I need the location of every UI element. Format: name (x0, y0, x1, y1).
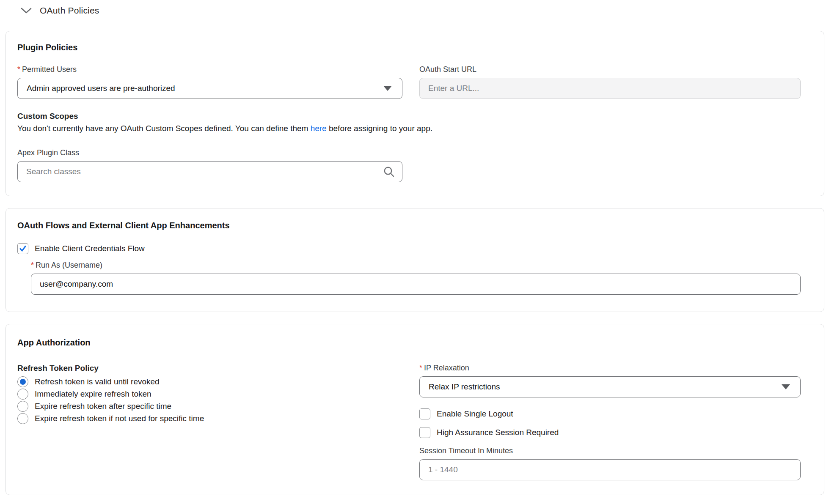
radio-unselected-icon (17, 401, 28, 412)
permitted-users-dropdown[interactable]: Admin approved users are pre-authorized (17, 78, 402, 99)
radio-unselected-icon (17, 413, 28, 424)
required-asterisk: * (17, 65, 20, 74)
oauth-flows-heading: OAuth Flows and External Client App Enha… (17, 221, 801, 230)
enable-client-credentials-label: Enable Client Credentials Flow (35, 244, 145, 253)
search-icon (383, 166, 395, 178)
oauth-start-url-label: OAuth Start URL (419, 65, 801, 74)
session-timeout-label: Session Timeout In Minutes (419, 446, 801, 455)
ip-relaxation-value: Relax IP restrictions (429, 382, 500, 392)
session-timeout-input[interactable] (419, 459, 801, 480)
radio-valid-until-revoked[interactable]: Refresh token is valid until revoked (17, 375, 402, 388)
refresh-token-policy-label: Refresh Token Policy (17, 364, 402, 373)
dropdown-arrow-icon (383, 86, 392, 91)
app-authorization-heading: App Authorization (17, 338, 801, 348)
app-authorization-card: App Authorization Refresh Token Policy R… (6, 324, 824, 495)
permitted-users-value: Admin approved users are pre-authorized (27, 84, 175, 93)
oauth-flows-card: OAuth Flows and External Client App Enha… (6, 208, 824, 312)
ip-relaxation-dropdown[interactable]: Relax IP restrictions (419, 376, 801, 397)
checkbox-checked-icon (17, 243, 28, 254)
oauth-policies-section-header: OAuth Policies (0, 0, 826, 18)
radio-expire-after-time[interactable]: Expire refresh token after specific time (17, 400, 402, 412)
enable-single-logout-checkbox-row[interactable]: Enable Single Logout (419, 408, 801, 419)
page-title: OAuth Policies (40, 5, 99, 16)
custom-scopes-heading: Custom Scopes (17, 112, 801, 121)
chevron-down-icon[interactable] (20, 7, 32, 14)
run-as-username-input[interactable] (31, 274, 801, 295)
custom-scopes-section: Custom Scopes You don't currently have a… (17, 112, 801, 133)
radio-immediately-expire[interactable]: Immediately expire refresh token (17, 388, 402, 400)
high-assurance-checkbox-row[interactable]: High Assurance Session Required (419, 427, 801, 438)
required-asterisk: * (31, 261, 34, 270)
enable-single-logout-label: Enable Single Logout (437, 409, 513, 419)
high-assurance-label: High Assurance Session Required (437, 428, 559, 437)
define-scopes-link[interactable]: here (311, 124, 327, 133)
dropdown-arrow-icon (782, 384, 790, 389)
radio-selected-icon (17, 376, 28, 387)
apex-class-search-input[interactable] (17, 161, 402, 182)
permitted-users-label: * Permitted Users (17, 65, 402, 74)
checkbox-unchecked-icon (419, 408, 430, 419)
plugin-policies-card: Plugin Policies * Permitted Users Admin … (6, 31, 824, 196)
run-as-label: * Run As (Username) (31, 261, 801, 270)
checkbox-unchecked-icon (419, 427, 430, 438)
refresh-token-policy-radio-group: Refresh token is valid until revoked Imm… (17, 375, 402, 425)
ip-relaxation-label: * IP Relaxation (419, 364, 801, 373)
radio-expire-if-not-used[interactable]: Expire refresh token if not used for spe… (17, 412, 402, 425)
custom-scopes-description: You don't currently have any OAuth Custo… (17, 124, 801, 133)
plugin-policies-heading: Plugin Policies (17, 43, 801, 52)
required-asterisk: * (419, 364, 422, 373)
oauth-start-url-input[interactable] (419, 78, 801, 99)
radio-unselected-icon (17, 389, 28, 400)
apex-plugin-class-label: Apex Plugin Class (17, 148, 801, 157)
enable-client-credentials-checkbox-row[interactable]: Enable Client Credentials Flow (17, 243, 801, 254)
